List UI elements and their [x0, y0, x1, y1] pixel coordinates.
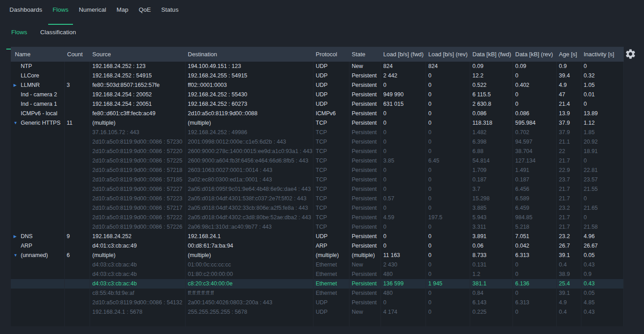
- flow-load-fwd: 0: [381, 298, 426, 307]
- column-header-protocol[interactable]: Protocol: [313, 47, 349, 62]
- flow-state: Persistent: [349, 156, 381, 166]
- table-row[interactable]: 2d10:a5c0:8119:9d00::0086 : 572302001:09…: [11, 137, 624, 147]
- table-row[interactable]: ▶LLMNR3fe80::503d:8507:1652:57feff02::00…: [11, 81, 624, 90]
- flow-load-fwd: 0: [381, 109, 426, 118]
- table-row[interactable]: NTP192.168.24.252 : 123194.100.49.151 : …: [11, 62, 624, 71]
- column-header-data-kb-rev[interactable]: Data [kB] (rev): [513, 47, 557, 62]
- flow-count: 11: [65, 118, 90, 128]
- flow-count: [65, 222, 90, 232]
- flow-data-rev: 38.704: [513, 147, 557, 156]
- column-header-source[interactable]: Source: [90, 47, 186, 62]
- flow-destination: 2a05:d018:04df:4301:538f:c037:2e7f:5f02 …: [186, 194, 313, 203]
- flow-load-rev: 0: [426, 118, 470, 128]
- column-header-load-b-s-rev[interactable]: Load [b/s] (rev): [426, 47, 470, 62]
- nav-item-flows[interactable]: Flows: [53, 6, 68, 21]
- table-row[interactable]: LLCore192.168.24.252 : 54915192.168.24.2…: [11, 71, 624, 81]
- table-row[interactable]: d4:03:c3:cb:ac:4b01:80:c2:00:00:00Ethern…: [11, 270, 624, 279]
- table-row[interactable]: 2d10:a5c0:8119:9d00::0086 : 572172a05:d0…: [11, 203, 624, 213]
- flow-load-fwd: 0: [381, 241, 426, 251]
- nav-item-map[interactable]: Map: [117, 6, 128, 21]
- filler-cell: [349, 317, 381, 326]
- table-row[interactable]: 2d10:a5c0:8119:9d00::0086 : 541322a00:14…: [11, 298, 624, 307]
- nav-item-numerical[interactable]: Numerical: [79, 6, 106, 21]
- table-row[interactable]: 2d10:a5c0:8119:9d00::0086 : 572252600:90…: [11, 156, 624, 166]
- flow-load-rev: 0: [426, 222, 470, 232]
- expand-arrow-expanded-icon[interactable]: ▼: [14, 118, 21, 128]
- table-row[interactable]: ▼(unnamed)6(multiple)(multiple)(multiple…: [11, 251, 624, 260]
- nav-item-qoe[interactable]: QoE: [139, 6, 151, 21]
- column-header-count[interactable]: Count: [65, 47, 90, 62]
- flow-data-fwd: 6.398: [470, 137, 513, 147]
- flow-inactivity: 21.55: [581, 185, 624, 194]
- filler-cell: [557, 317, 581, 326]
- flow-inactivity: 20.92: [581, 137, 624, 147]
- table-row[interactable]: Ind - camera 1192.168.24.254 : 20051192.…: [11, 99, 624, 109]
- column-header-data-kb-fwd[interactable]: Data [kB] (fwd): [470, 47, 513, 62]
- flow-name-cell: ▼Generic HTTPS: [11, 118, 65, 128]
- flow-inactivity: 0: [581, 194, 624, 203]
- flow-protocol: TCP: [313, 137, 349, 147]
- column-header-load-b-s-fwd[interactable]: Load [b/s] (fwd): [381, 47, 426, 62]
- flow-name: NTP: [21, 62, 32, 71]
- column-header-destination[interactable]: Destination: [186, 47, 313, 62]
- flow-name-cell: ▶LLMNR: [11, 81, 65, 90]
- flow-protocol: TCP: [313, 118, 349, 128]
- flow-count: [65, 185, 90, 194]
- flow-count: [65, 203, 90, 213]
- expand-arrow-collapsed-icon[interactable]: ▶: [14, 232, 21, 241]
- table-row[interactable]: 2d10:a5c0:8119:9d00::0086 : 572182603:10…: [11, 166, 624, 175]
- table-row[interactable]: 2d10:a5c0:8119:9d00::0086 : 572232a05:d0…: [11, 194, 624, 203]
- table-row[interactable]: c8:55:4b:fd:9e:afff:ff:ff:ff:ff:ffEthern…: [11, 289, 624, 298]
- flow-count: 3: [65, 81, 90, 90]
- flow-state: Persistent: [349, 279, 381, 289]
- table-row[interactable]: 2d10:a5c0:8119:9d00::0086 : 572202600:90…: [11, 147, 624, 156]
- expand-arrow-expanded-icon[interactable]: ▼: [14, 251, 21, 260]
- flow-source: 192.168.24.252: [90, 232, 186, 241]
- flow-name-cell: [11, 270, 65, 279]
- flow-state: Persistent: [349, 81, 381, 90]
- flow-name-cell: [11, 307, 65, 317]
- flow-data-rev: 0: [513, 90, 557, 99]
- table-row[interactable]: 37.16.105.72 : 443192.168.24.252 : 49986…: [11, 128, 624, 137]
- tab-classification[interactable]: Classification: [40, 29, 76, 43]
- column-header-inactivity-s[interactable]: Inactivity [s]: [581, 47, 624, 62]
- table-row[interactable]: d4:03:c3:cb:ac:4b01:00:0c:cc:cc:ccEthern…: [11, 260, 624, 270]
- expand-arrow-collapsed-icon[interactable]: ▶: [14, 81, 21, 90]
- flow-data-rev: 94.597: [513, 137, 557, 147]
- flow-name: Generic HTTPS: [21, 118, 60, 128]
- table-row[interactable]: 2d10:a5c0:8119:9d00::0086 : 572222a05:d0…: [11, 213, 624, 222]
- tab-flows[interactable]: Flows: [11, 29, 27, 43]
- nav-item-status[interactable]: Status: [161, 6, 178, 21]
- table-row[interactable]: 2d10:a5c0:8119:9d00::0086 : 572262a06:98…: [11, 222, 624, 232]
- flow-data-rev: 6.456: [513, 185, 557, 194]
- column-header-name[interactable]: Name: [11, 47, 65, 62]
- flow-load-fwd: 824: [381, 62, 426, 71]
- flow-protocol: Ethernet: [313, 289, 349, 298]
- flow-age: 21.7: [557, 222, 581, 232]
- table-row[interactable]: Ind - camera 2192.168.24.254 : 20052192.…: [11, 90, 624, 99]
- flow-count: [65, 194, 90, 203]
- flow-state: (multiple): [349, 251, 381, 260]
- column-header-age-s[interactable]: Age [s]: [557, 47, 581, 62]
- table-row[interactable]: ICMPv6 - localfe80::d601:c3ff:fecb:ac492…: [11, 109, 624, 118]
- settings-gear-icon[interactable]: [625, 48, 636, 60]
- table-row[interactable]: 2d10:a5c0:8119:9d00::0086 : 571852a02:ec…: [11, 175, 624, 185]
- table-row[interactable]: ▶DNS9192.168.24.252192.168.24.1UDPPersis…: [11, 232, 624, 241]
- nav-item-dashboards[interactable]: Dashboards: [9, 6, 42, 21]
- flow-source: fe80::503d:8507:1652:57fe: [90, 81, 186, 90]
- table-row[interactable]: 192.168.24.1 : 5678255.255.255.255 : 567…: [11, 307, 624, 317]
- table-row[interactable]: ARPd4:01:c3:cb:ac:4900:d8:61:7a:ba:94ARP…: [11, 241, 624, 251]
- flow-state: Persistent: [349, 232, 381, 241]
- flow-load-fwd: 4.59: [381, 213, 426, 222]
- table-row[interactable]: 2d10:a5c0:8119:9d00::0086 : 572272a05:d0…: [11, 185, 624, 194]
- flow-source: c8:55:4b:fd:9e:af: [90, 289, 186, 298]
- flow-destination: 2a00:1450:4026:0803::200a : 443: [186, 298, 313, 307]
- column-header-state[interactable]: State: [349, 47, 381, 62]
- flow-age: 21.4: [557, 99, 581, 109]
- table-row[interactable]: ▼Generic HTTPS11(multiple)(multiple)TCPP…: [11, 118, 624, 128]
- flow-state: Persistent: [349, 270, 381, 279]
- flow-data-rev: 0: [513, 307, 557, 317]
- flow-source: 2d10:a5c0:8119:9d00::0086 : 57227: [90, 185, 186, 194]
- flow-data-fwd: 0.522: [470, 81, 513, 90]
- table-row[interactable]: d4:03:c3:cb:ac:4bc8:20:c3:40:00:0eEthern…: [11, 279, 624, 289]
